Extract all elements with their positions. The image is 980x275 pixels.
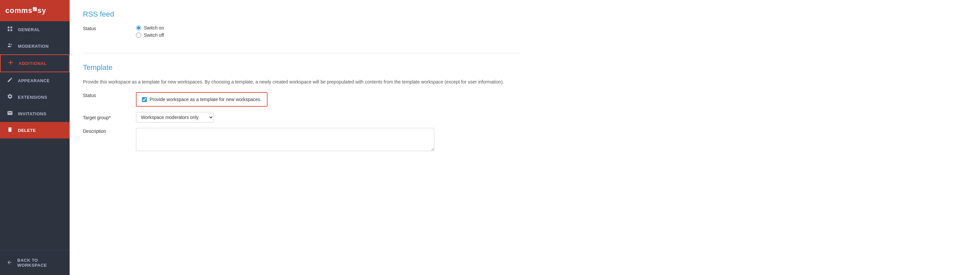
template-checkbox[interactable]: [142, 97, 147, 102]
back-label: BACK TO WORKSPACE: [17, 258, 63, 268]
sidebar-item-general[interactable]: GENERAL: [0, 21, 70, 38]
sidebar-item-appearance[interactable]: APPEARANCE: [0, 72, 70, 89]
template-status-row: Status Provide workspace as a template f…: [83, 92, 520, 107]
logo-area: comms📈sy: [0, 0, 70, 21]
rss-status-label: Status: [83, 25, 123, 31]
rss-section: RSS feed Status Switch on Switch off: [83, 10, 520, 53]
sidebar-item-moderation-label: MODERATION: [18, 44, 49, 49]
sidebar-item-moderation[interactable]: MODERATION: [0, 38, 70, 54]
template-status-box: Provide workspace as a template for new …: [136, 92, 267, 107]
gear-icon: [6, 94, 13, 101]
description-textarea[interactable]: [136, 128, 434, 151]
svg-rect-1: [11, 27, 12, 28]
sidebar-item-delete-label: DELETE: [18, 128, 36, 133]
sidebar-item-invitations-label: INVITATIONS: [18, 111, 46, 116]
switch-on-radio[interactable]: [136, 25, 141, 30]
svg-rect-3: [11, 30, 12, 31]
description-row: Description: [83, 128, 520, 151]
sidebar-nav: GENERAL MODERATION ADDITIONAL APPEARANCE: [0, 21, 70, 250]
template-section: Template Provide this workspace as a tem…: [83, 63, 520, 151]
svg-rect-2: [8, 30, 9, 31]
back-to-workspace-button[interactable]: BACK TO WORKSPACE: [0, 252, 70, 274]
plus-icon: [7, 60, 14, 67]
template-description: Provide this workspace as a template for…: [83, 78, 520, 86]
rss-title: RSS feed: [83, 10, 520, 19]
template-title: Template: [83, 63, 520, 72]
main-content: RSS feed Status Switch on Switch off Tem…: [70, 0, 980, 275]
switch-off-radio[interactable]: [136, 32, 141, 38]
description-label: Description: [83, 128, 123, 134]
sidebar-bottom: BACK TO WORKSPACE: [0, 250, 70, 275]
rss-status-control: Switch on Switch off: [136, 25, 164, 38]
pen-icon: [6, 77, 13, 84]
target-group-label: Target group*: [83, 114, 123, 120]
grid-icon: [6, 26, 13, 33]
envelope-icon: [6, 110, 13, 117]
sidebar-item-appearance-label: APPEARANCE: [18, 78, 50, 83]
sidebar-item-delete[interactable]: DELETE: [0, 122, 70, 138]
svg-rect-0: [8, 27, 9, 28]
switch-on-option[interactable]: Switch on: [136, 25, 164, 30]
target-group-row: Target group* Workspace moderators only …: [83, 112, 520, 122]
sidebar-item-extensions[interactable]: EXTENSIONS: [0, 89, 70, 105]
sidebar-item-additional[interactable]: ADDITIONAL: [0, 54, 70, 72]
svg-point-5: [11, 44, 12, 45]
template-checkbox-label: Provide workspace as a template for new …: [150, 97, 262, 102]
sidebar-item-extensions-label: EXTENSIONS: [18, 95, 48, 100]
switch-off-label: Switch off: [144, 32, 164, 38]
trash-icon: [6, 127, 13, 134]
people-icon: [6, 42, 13, 50]
sidebar-item-general-label: GENERAL: [18, 27, 40, 32]
sidebar-item-invitations[interactable]: INVITATIONS: [0, 105, 70, 122]
rss-status-row: Status Switch on Switch off: [83, 25, 520, 38]
template-checkbox-row[interactable]: Provide workspace as a template for new …: [142, 97, 262, 102]
svg-point-4: [9, 43, 10, 45]
arrow-left-icon: [6, 259, 13, 266]
target-group-select[interactable]: Workspace moderators only All users Admi…: [136, 112, 214, 122]
sidebar: comms📈sy GENERAL MODERATION ADDITIONAL: [0, 0, 70, 275]
template-status-label: Status: [83, 92, 123, 98]
sidebar-item-additional-label: ADDITIONAL: [19, 61, 47, 66]
logo-text: comms📈sy: [5, 6, 46, 15]
content-area: RSS feed Status Switch on Switch off Tem…: [70, 0, 534, 161]
switch-off-option[interactable]: Switch off: [136, 32, 164, 38]
switch-on-label: Switch on: [144, 25, 164, 30]
